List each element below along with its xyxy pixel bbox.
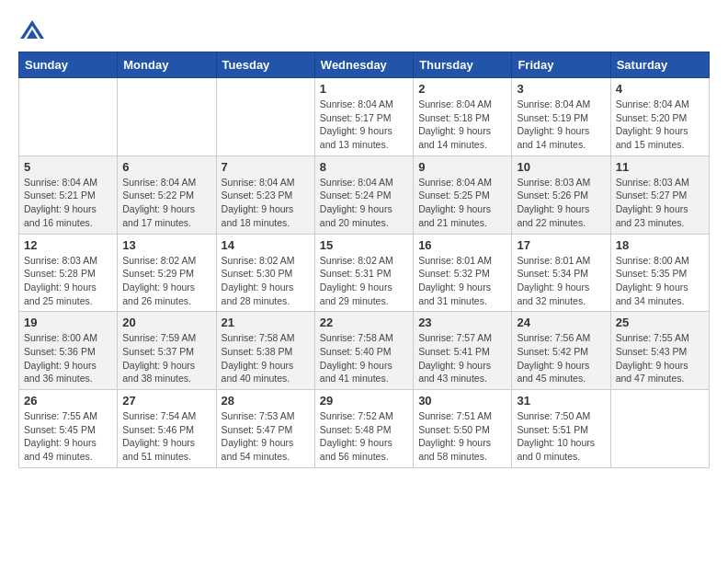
cell-day-number: 5: [24, 160, 112, 174]
logo-icon: [18, 18, 46, 46]
calendar-cell: 30Sunrise: 7:51 AM Sunset: 5:50 PM Dayli…: [414, 390, 512, 468]
cell-info-text: Sunrise: 7:50 AM Sunset: 5:51 PM Dayligh…: [517, 409, 605, 464]
cell-day-number: 20: [122, 316, 210, 329]
cell-info-text: Sunrise: 8:02 AM Sunset: 5:31 PM Dayligh…: [320, 254, 408, 308]
cell-day-number: 15: [320, 238, 408, 252]
cell-info-text: Sunrise: 8:03 AM Sunset: 5:26 PM Dayligh…: [517, 176, 605, 230]
calendar-cell: 6Sunrise: 8:04 AM Sunset: 5:22 PM Daylig…: [118, 155, 216, 234]
logo: [18, 18, 50, 46]
cell-info-text: Sunrise: 7:56 AM Sunset: 5:42 PM Dayligh…: [517, 331, 605, 385]
calendar-cell: [19, 78, 118, 156]
calendar-cell: [118, 78, 216, 156]
cell-day-number: 26: [24, 394, 112, 408]
calendar-week-row: 12Sunrise: 8:03 AM Sunset: 5:28 PM Dayli…: [19, 234, 710, 312]
cell-day-number: 6: [122, 160, 210, 174]
calendar-cell: 14Sunrise: 8:02 AM Sunset: 5:30 PM Dayli…: [216, 234, 314, 312]
cell-day-number: 2: [418, 82, 506, 96]
cell-info-text: Sunrise: 8:04 AM Sunset: 5:24 PM Dayligh…: [320, 176, 408, 230]
calendar-cell: 13Sunrise: 8:02 AM Sunset: 5:29 PM Dayli…: [118, 234, 216, 312]
calendar-cell: 21Sunrise: 7:58 AM Sunset: 5:38 PM Dayli…: [216, 312, 314, 390]
cell-day-number: 27: [122, 394, 210, 408]
cell-day-number: 14: [222, 238, 310, 252]
cell-day-number: 10: [517, 160, 605, 174]
cell-info-text: Sunrise: 8:01 AM Sunset: 5:34 PM Dayligh…: [517, 254, 605, 308]
cell-day-number: 29: [320, 394, 408, 408]
calendar-week-row: 26Sunrise: 7:55 AM Sunset: 5:45 PM Dayli…: [19, 390, 710, 468]
header: [18, 18, 710, 46]
cell-info-text: Sunrise: 8:04 AM Sunset: 5:20 PM Dayligh…: [616, 98, 704, 152]
cell-info-text: Sunrise: 8:04 AM Sunset: 5:25 PM Dayligh…: [418, 176, 506, 230]
cell-day-number: 12: [24, 238, 112, 252]
calendar-cell: 20Sunrise: 7:59 AM Sunset: 5:37 PM Dayli…: [118, 312, 216, 390]
cell-day-number: 16: [418, 238, 506, 252]
calendar-header-row: SundayMondayTuesdayWednesdayThursdayFrid…: [19, 52, 710, 78]
cell-info-text: Sunrise: 7:55 AM Sunset: 5:45 PM Dayligh…: [24, 409, 112, 464]
cell-info-text: Sunrise: 7:57 AM Sunset: 5:41 PM Dayligh…: [418, 331, 506, 385]
calendar-cell: 31Sunrise: 7:50 AM Sunset: 5:51 PM Dayli…: [512, 390, 610, 468]
cell-day-number: 18: [616, 238, 704, 252]
calendar-cell: 8Sunrise: 8:04 AM Sunset: 5:24 PM Daylig…: [314, 155, 413, 234]
cell-info-text: Sunrise: 8:02 AM Sunset: 5:29 PM Dayligh…: [122, 254, 210, 308]
cell-info-text: Sunrise: 8:04 AM Sunset: 5:18 PM Dayligh…: [418, 98, 506, 152]
cell-info-text: Sunrise: 7:54 AM Sunset: 5:46 PM Dayligh…: [122, 409, 210, 464]
cell-day-number: 3: [517, 82, 605, 96]
calendar-cell: 12Sunrise: 8:03 AM Sunset: 5:28 PM Dayli…: [19, 234, 118, 312]
cell-info-text: Sunrise: 8:04 AM Sunset: 5:17 PM Dayligh…: [320, 98, 408, 152]
cell-day-number: 7: [222, 160, 310, 174]
calendar-cell: 11Sunrise: 8:03 AM Sunset: 5:27 PM Dayli…: [610, 155, 709, 234]
calendar: SundayMondayTuesdayWednesdayThursdayFrid…: [18, 52, 710, 468]
day-header-sunday: Sunday: [19, 52, 118, 78]
cell-day-number: 9: [418, 160, 506, 174]
calendar-cell: 24Sunrise: 7:56 AM Sunset: 5:42 PM Dayli…: [512, 312, 610, 390]
day-header-friday: Friday: [512, 52, 610, 78]
cell-day-number: 21: [222, 316, 310, 329]
calendar-cell: 17Sunrise: 8:01 AM Sunset: 5:34 PM Dayli…: [512, 234, 610, 312]
calendar-cell: 29Sunrise: 7:52 AM Sunset: 5:48 PM Dayli…: [314, 390, 413, 468]
cell-info-text: Sunrise: 8:01 AM Sunset: 5:32 PM Dayligh…: [418, 254, 506, 308]
calendar-cell: 9Sunrise: 8:04 AM Sunset: 5:25 PM Daylig…: [414, 155, 512, 234]
calendar-week-row: 1Sunrise: 8:04 AM Sunset: 5:17 PM Daylig…: [19, 78, 710, 156]
calendar-cell: 22Sunrise: 7:58 AM Sunset: 5:40 PM Dayli…: [314, 312, 413, 390]
calendar-cell: 19Sunrise: 8:00 AM Sunset: 5:36 PM Dayli…: [19, 312, 118, 390]
page: SundayMondayTuesdayWednesdayThursdayFrid…: [0, 0, 728, 477]
cell-info-text: Sunrise: 8:02 AM Sunset: 5:30 PM Dayligh…: [222, 254, 310, 308]
cell-info-text: Sunrise: 8:04 AM Sunset: 5:22 PM Dayligh…: [122, 176, 210, 230]
cell-info-text: Sunrise: 7:58 AM Sunset: 5:40 PM Dayligh…: [320, 331, 408, 385]
cell-info-text: Sunrise: 8:03 AM Sunset: 5:28 PM Dayligh…: [24, 254, 112, 308]
cell-day-number: 11: [616, 160, 704, 174]
calendar-cell: 28Sunrise: 7:53 AM Sunset: 5:47 PM Dayli…: [216, 390, 314, 468]
cell-info-text: Sunrise: 8:04 AM Sunset: 5:21 PM Dayligh…: [24, 176, 112, 230]
cell-day-number: 1: [320, 82, 408, 96]
cell-day-number: 25: [616, 316, 704, 329]
calendar-cell: 16Sunrise: 8:01 AM Sunset: 5:32 PM Dayli…: [414, 234, 512, 312]
calendar-cell: 23Sunrise: 7:57 AM Sunset: 5:41 PM Dayli…: [414, 312, 512, 390]
cell-day-number: 4: [616, 82, 704, 96]
cell-day-number: 28: [222, 394, 310, 408]
calendar-cell: [216, 78, 314, 156]
cell-info-text: Sunrise: 7:58 AM Sunset: 5:38 PM Dayligh…: [222, 331, 310, 385]
cell-info-text: Sunrise: 7:55 AM Sunset: 5:43 PM Dayligh…: [616, 331, 704, 385]
calendar-cell: [610, 390, 709, 468]
cell-info-text: Sunrise: 8:00 AM Sunset: 5:35 PM Dayligh…: [616, 254, 704, 308]
cell-info-text: Sunrise: 7:51 AM Sunset: 5:50 PM Dayligh…: [418, 409, 506, 464]
cell-day-number: 23: [418, 316, 506, 329]
cell-info-text: Sunrise: 8:03 AM Sunset: 5:27 PM Dayligh…: [616, 176, 704, 230]
cell-info-text: Sunrise: 8:04 AM Sunset: 5:19 PM Dayligh…: [517, 98, 605, 152]
cell-day-number: 13: [122, 238, 210, 252]
cell-day-number: 30: [418, 394, 506, 408]
cell-info-text: Sunrise: 8:04 AM Sunset: 5:23 PM Dayligh…: [222, 176, 310, 230]
cell-info-text: Sunrise: 7:52 AM Sunset: 5:48 PM Dayligh…: [320, 409, 408, 464]
calendar-cell: 15Sunrise: 8:02 AM Sunset: 5:31 PM Dayli…: [314, 234, 413, 312]
cell-day-number: 31: [517, 394, 605, 408]
calendar-cell: 26Sunrise: 7:55 AM Sunset: 5:45 PM Dayli…: [19, 390, 118, 468]
calendar-cell: 7Sunrise: 8:04 AM Sunset: 5:23 PM Daylig…: [216, 155, 314, 234]
calendar-cell: 1Sunrise: 8:04 AM Sunset: 5:17 PM Daylig…: [314, 78, 413, 156]
calendar-cell: 4Sunrise: 8:04 AM Sunset: 5:20 PM Daylig…: [610, 78, 709, 156]
cell-day-number: 22: [320, 316, 408, 329]
cell-day-number: 19: [24, 316, 112, 329]
cell-day-number: 8: [320, 160, 408, 174]
day-header-saturday: Saturday: [610, 52, 709, 78]
day-header-monday: Monday: [118, 52, 216, 78]
calendar-cell: 27Sunrise: 7:54 AM Sunset: 5:46 PM Dayli…: [118, 390, 216, 468]
calendar-week-row: 19Sunrise: 8:00 AM Sunset: 5:36 PM Dayli…: [19, 312, 710, 390]
